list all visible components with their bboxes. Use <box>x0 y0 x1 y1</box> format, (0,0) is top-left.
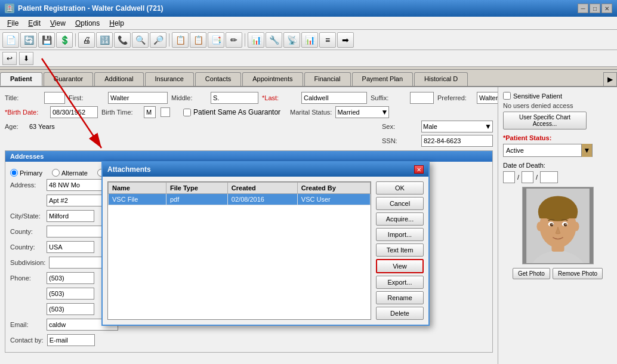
primary-radio[interactable]: Primary <box>10 169 42 177</box>
toolbar-search1[interactable]: 🔍 <box>132 32 149 48</box>
ok-button[interactable]: OK <box>376 181 424 195</box>
tab-patient[interactable]: Patient <box>0 72 42 86</box>
remove-photo-button[interactable]: Remove Photo <box>553 268 603 279</box>
menu-help[interactable]: Help <box>104 18 129 29</box>
dod-label: Date of Death: <box>503 162 612 169</box>
ssn-label: SSN: <box>382 137 418 144</box>
tab-financial[interactable]: Financial <box>304 72 351 86</box>
first-input[interactable] <box>108 92 168 104</box>
addresses-header: Addresses <box>5 151 492 162</box>
acquire-button[interactable]: Acquire... <box>376 212 424 226</box>
toolbar-billing[interactable]: 💲 <box>56 32 73 48</box>
sex-select[interactable]: MaleFemaleUnknown <box>421 121 493 132</box>
patient-photo-svg <box>525 189 591 263</box>
tab-contacts[interactable]: Contacts <box>195 72 241 86</box>
table-row[interactable]: VSC File pdf 02/08/2016 VSC User <box>109 194 371 205</box>
toolbar-new[interactable]: 📄 <box>2 32 19 48</box>
toolbar-save[interactable]: 💾 <box>38 32 55 48</box>
preferred-input[interactable] <box>477 92 498 104</box>
contact-input[interactable] <box>47 334 95 346</box>
text-item-button[interactable]: Text Item <box>376 243 424 257</box>
marital-select[interactable]: MarriedSingleDivorced <box>335 106 389 118</box>
tab-appointments[interactable]: Appointments <box>242 72 303 86</box>
minimize-button[interactable]: ─ <box>578 4 588 13</box>
svg-point-9 <box>550 223 553 226</box>
toolbar2-btn1[interactable]: ↩ <box>2 52 17 65</box>
col-name: Name <box>109 183 166 194</box>
user-specific-access-button[interactable]: User Specific Chart Access... <box>503 112 587 129</box>
app-icon: 🏥 <box>5 4 14 13</box>
title-input[interactable] <box>44 92 65 104</box>
city-label: City/State: <box>10 212 43 220</box>
delete-button[interactable]: Delete <box>376 307 424 320</box>
menu-file[interactable]: File <box>2 18 23 29</box>
patient-status-label: *Patient Status: <box>503 134 612 141</box>
row-filetype: pdf <box>166 194 227 205</box>
toolbar-forward[interactable]: ➡ <box>337 32 354 48</box>
toolbar-wrench[interactable]: 🔧 <box>266 32 282 48</box>
toolbar-clip2[interactable]: 📋 <box>190 32 206 48</box>
middle-input[interactable] <box>211 92 258 104</box>
toolbar-bar[interactable]: 📊 <box>301 32 318 48</box>
toolbar-chart[interactable]: 📊 <box>248 32 264 48</box>
dod-year[interactable] <box>540 171 558 183</box>
toolbar-phone[interactable]: 📞 <box>114 32 131 48</box>
dialog-close-button[interactable]: ✕ <box>414 165 424 174</box>
toolbar-signal[interactable]: 📡 <box>283 32 300 48</box>
window-title: Patient Registration - Walter Caldwell (… <box>18 4 163 13</box>
get-photo-button[interactable]: Get Photo <box>513 268 550 279</box>
patient-status-value: Active <box>504 146 581 155</box>
view-button[interactable]: View <box>376 259 424 273</box>
menu-view[interactable]: View <box>45 18 70 29</box>
export-button[interactable]: Export... <box>376 276 424 289</box>
ssn-input[interactable] <box>421 135 493 147</box>
toolbar-calc[interactable]: 🔢 <box>96 32 113 48</box>
alternate-radio[interactable]: Alternate <box>52 169 88 177</box>
tab-more-button[interactable]: ▶ <box>603 72 617 86</box>
marital-label: Marital Status: <box>290 109 332 116</box>
toolbar-clip1[interactable]: 📋 <box>172 32 189 48</box>
sensitive-patient-checkbox[interactable] <box>503 92 511 100</box>
primary-label: Primary <box>20 169 42 177</box>
dod-month[interactable] <box>503 171 515 183</box>
toolbar-print[interactable]: 🖨 <box>78 32 95 48</box>
cancel-button[interactable]: Cancel <box>376 197 424 210</box>
phone2-input[interactable] <box>47 288 94 300</box>
row-createdby: VSC User <box>297 194 370 205</box>
toolbar-list[interactable]: ≡ <box>319 32 336 48</box>
toolbar-refresh[interactable]: 🔄 <box>20 32 37 48</box>
tab-insurance[interactable]: Insurance <box>145 72 194 86</box>
last-input[interactable] <box>301 92 367 104</box>
dod-sep1: / <box>517 174 519 181</box>
suffix-input[interactable] <box>410 92 434 104</box>
import-button[interactable]: Import... <box>376 228 424 241</box>
city-input[interactable] <box>47 210 94 222</box>
toolbar-doc[interactable]: 📑 <box>208 32 224 48</box>
same-as-guarantor-checkbox[interactable] <box>183 109 191 116</box>
tab-payment-plan[interactable]: Payment Plan <box>352 72 413 86</box>
maximize-button[interactable]: □ <box>590 4 600 13</box>
patient-status-dropdown-arrow[interactable]: ▼ <box>581 144 592 157</box>
tab-guarantor[interactable]: Guarantor <box>44 72 94 86</box>
attachments-table: Name File Type Created Created By VSC Fi… <box>107 181 371 320</box>
phone3-input[interactable] <box>47 303 94 315</box>
patient-photo <box>522 187 594 264</box>
close-button[interactable]: ✕ <box>601 4 612 13</box>
birthtime-input[interactable] <box>144 106 156 118</box>
menu-edit[interactable]: Edit <box>23 18 45 29</box>
toolbar-edit[interactable]: ✏ <box>226 32 242 48</box>
birthdate-input[interactable] <box>50 106 98 118</box>
tab-additional[interactable]: Additional <box>94 72 143 86</box>
rename-button[interactable]: Rename <box>376 291 424 304</box>
row-name: VSC File <box>109 194 166 205</box>
toolbar2-btn2[interactable]: ⬇ <box>19 52 33 65</box>
country-input[interactable] <box>47 241 94 253</box>
birthtime-checkbox[interactable] <box>161 107 170 117</box>
dod-day[interactable] <box>522 171 533 183</box>
tab-historical[interactable]: Historical D <box>414 72 468 86</box>
menu-options[interactable]: Options <box>70 18 104 29</box>
title-bar: 🏥 Patient Registration - Walter Caldwell… <box>5 4 163 13</box>
phone1-input[interactable] <box>47 272 94 284</box>
toolbar-search2[interactable]: 🔎 <box>150 32 166 48</box>
county-label: County: <box>10 228 43 235</box>
